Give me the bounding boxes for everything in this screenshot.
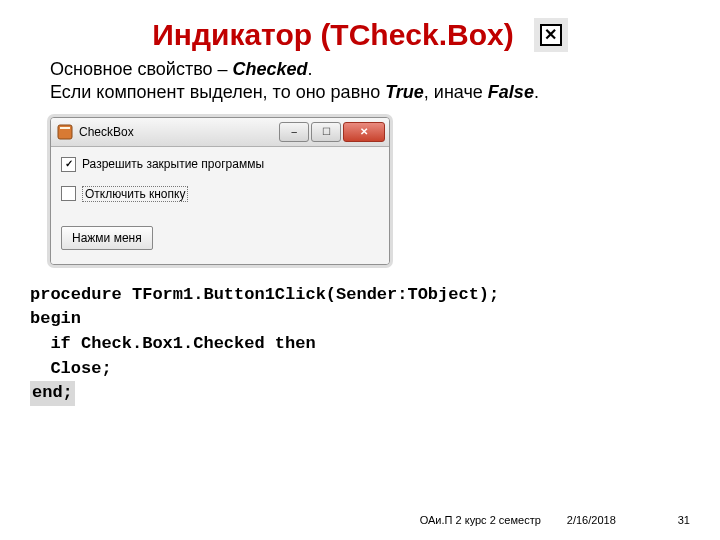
checkbox-1[interactable] bbox=[61, 157, 76, 172]
minimize-button[interactable]: ‒ bbox=[279, 122, 309, 142]
app-icon bbox=[57, 124, 73, 140]
window-body: Разрешить закрытие программы Отключить к… bbox=[51, 147, 389, 264]
maximize-button[interactable]: ☐ bbox=[311, 122, 341, 142]
close-button[interactable]: ✕ bbox=[343, 122, 385, 142]
desc-checked-word: Checked bbox=[233, 59, 308, 79]
checkbox-2-label: Отключить кнопку bbox=[82, 186, 188, 202]
footer-course: ОАи.П 2 курс 2 семестр bbox=[420, 514, 541, 526]
desc-line2-prefix: Если компонент выделен, то оно равно bbox=[50, 82, 385, 102]
checkbox-glyph-inner: ✕ bbox=[540, 24, 562, 46]
code-line-3: if Check.Box1.Checked then bbox=[30, 334, 316, 353]
code-line-2: begin bbox=[30, 309, 81, 328]
svg-rect-1 bbox=[60, 127, 70, 129]
desc-line2-suffix: . bbox=[534, 82, 539, 102]
code-block: procedure TForm1.Button1Click(Sender:TOb… bbox=[30, 283, 720, 406]
page-title: Индикатор (TCheck.Box) bbox=[152, 18, 514, 52]
checkbox-1-label: Разрешить закрытие программы bbox=[82, 157, 264, 171]
demo-window: CheckBox ‒ ☐ ✕ Разрешить закрытие програ… bbox=[50, 117, 390, 265]
checkbox-2[interactable] bbox=[61, 186, 76, 201]
checkbox-row-1[interactable]: Разрешить закрытие программы bbox=[61, 157, 379, 172]
desc-line1-suffix: . bbox=[308, 59, 313, 79]
checkbox-glyph-icon: ✕ bbox=[534, 18, 568, 52]
footer: ОАи.П 2 курс 2 семестр 2/16/2018 31 bbox=[0, 514, 700, 526]
press-me-button[interactable]: Нажми меня bbox=[61, 226, 153, 250]
window-title: CheckBox bbox=[79, 125, 279, 139]
code-line-5: end; bbox=[30, 381, 75, 406]
desc-line1-prefix: Основное свойство – bbox=[50, 59, 233, 79]
code-line-1: procedure TForm1.Button1Click(Sender:TOb… bbox=[30, 285, 499, 304]
footer-page: 31 bbox=[678, 514, 690, 526]
checkbox-row-2[interactable]: Отключить кнопку bbox=[61, 186, 379, 202]
desc-line2-mid: , иначе bbox=[424, 82, 488, 102]
code-line-4: Close; bbox=[30, 359, 112, 378]
desc-false-word: False bbox=[488, 82, 534, 102]
footer-date: 2/16/2018 bbox=[567, 514, 616, 526]
description-text: Основное свойство – Checked. Если компон… bbox=[50, 58, 720, 105]
window-titlebar[interactable]: CheckBox ‒ ☐ ✕ bbox=[51, 118, 389, 147]
desc-true-word: True bbox=[385, 82, 424, 102]
